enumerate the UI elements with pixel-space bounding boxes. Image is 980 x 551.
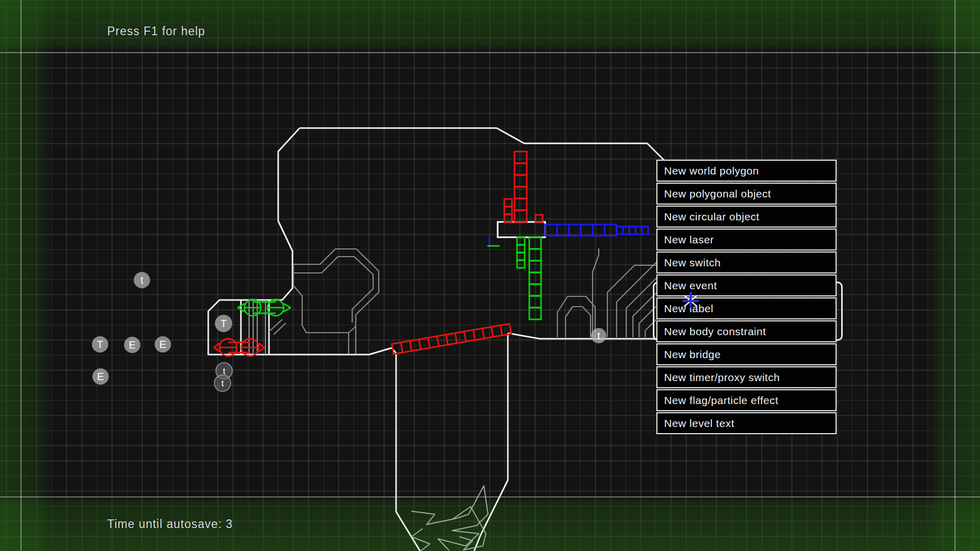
marker-event[interactable]: E <box>92 368 109 385</box>
red-wheel-pair[interactable] <box>214 339 264 356</box>
marker-trigger[interactable]: t <box>134 272 150 288</box>
red-box-stack[interactable] <box>504 152 543 222</box>
marker-letter: E <box>129 340 135 350</box>
marker-trigger[interactable]: t <box>214 374 231 392</box>
menu-item-new-switch[interactable]: New switch <box>656 252 837 273</box>
marker-trigger[interactable]: T <box>215 315 232 332</box>
level-editor-stage: t T T E E E t t t Press F1 for help Time… <box>0 0 980 551</box>
marker-event[interactable]: E <box>124 337 140 353</box>
menu-item-new-polygonal-object[interactable]: New polygonal object <box>656 183 837 205</box>
asterisk-cursor-icon <box>679 290 702 312</box>
menu-item-new-timer-proxy-switch[interactable]: New timer/proxy switch <box>656 366 837 388</box>
menu-item-new-circular-object[interactable]: New circular object <box>656 206 837 228</box>
marker-letter: t <box>140 275 143 285</box>
inner-gray-polygon[interactable] <box>269 249 379 354</box>
marker-event[interactable]: E <box>155 336 171 353</box>
green-chain[interactable] <box>517 237 541 319</box>
menu-item-new-laser[interactable]: New laser <box>656 229 837 251</box>
marker-letter: T <box>220 318 227 329</box>
marker-letter: t <box>222 379 224 388</box>
help-hint-text: Press F1 for help <box>107 24 205 38</box>
menu-item-new-flag-particle-effect[interactable]: New flag/particle effect <box>656 389 837 411</box>
menu-item-new-world-polygon[interactable]: New world polygon <box>656 160 837 182</box>
white-platform[interactable] <box>498 222 545 237</box>
marker-letter: E <box>97 371 104 382</box>
marker-letter: t <box>597 331 600 341</box>
marker-trigger[interactable]: t <box>591 328 606 343</box>
menu-item-new-body-constraint[interactable]: New body constraint <box>656 320 837 342</box>
menu-item-new-level-text[interactable]: New level text <box>656 412 837 434</box>
debris-scribble[interactable] <box>411 486 488 551</box>
marker-letter: E <box>159 339 166 349</box>
circuit-lines[interactable] <box>557 248 659 337</box>
marker-letter: t <box>223 367 226 375</box>
menu-item-new-bridge[interactable]: New bridge <box>656 343 837 365</box>
red-bridge[interactable] <box>392 323 511 354</box>
blue-chain[interactable] <box>545 224 648 236</box>
green-wheel-pair[interactable] <box>238 299 290 316</box>
marker-letter: T <box>97 339 103 349</box>
autosave-countdown-text: Time until autosave: 3 <box>107 517 233 531</box>
marker-trigger[interactable]: T <box>92 336 108 353</box>
